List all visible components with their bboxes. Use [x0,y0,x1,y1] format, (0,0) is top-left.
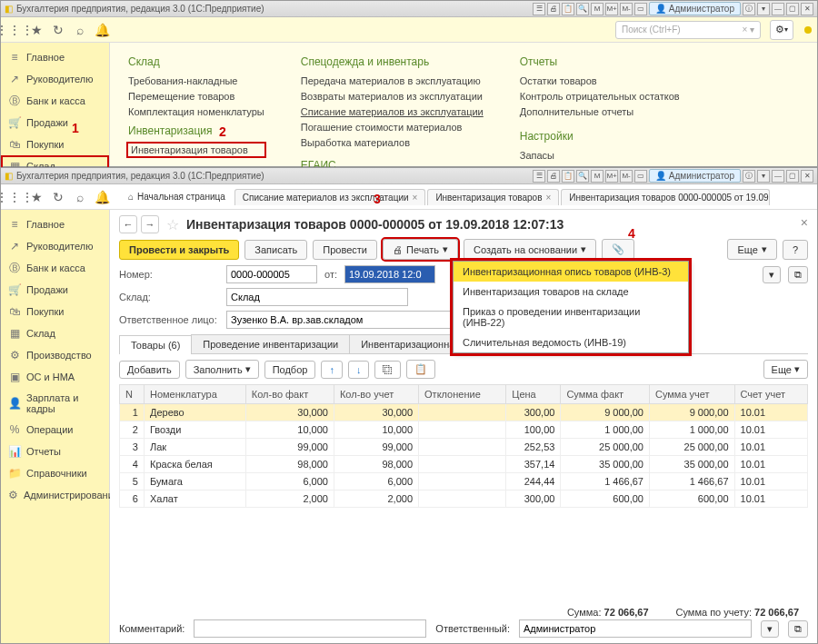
close-tab-icon[interactable]: × [545,193,551,203]
tb-icon[interactable]: ▾ [757,170,770,183]
max-btn[interactable]: ▢ [786,170,799,183]
tb-icon[interactable]: 📋 [562,170,574,183]
more-button[interactable]: Еще ▾ [727,239,776,260]
menu-link[interactable]: Возвраты материалов из эксплуатации [301,90,484,103]
col-header[interactable]: N [120,385,145,404]
sidebar-item[interactable]: 🛒Продажи [1,112,109,134]
write-button[interactable]: Записать [244,240,307,260]
menu-link-inventory[interactable]: Инвентаризация товаров [128,144,264,156]
subtab[interactable]: Проведение инвентаризации [191,334,350,353]
more-button[interactable]: Еще ▾ [763,360,808,379]
sidebar-item[interactable]: 🛍Покупки [1,301,109,322]
tab[interactable]: Инвентаризация товаров × [427,189,559,205]
copy-button[interactable]: ⿻ [374,361,401,379]
min-btn[interactable]: — [772,170,784,183]
bell-icon[interactable]: 🔔 [94,189,110,205]
tab[interactable]: ⌂ Начальная страница [121,189,233,204]
tb-icon[interactable]: M+ [605,170,618,183]
sidebar-item[interactable]: ↗Руководителю [1,68,109,90]
tab[interactable]: Инвентаризация товаров 0000-000005 от 19… [561,189,770,205]
tb-icon[interactable]: 🔍 [576,170,589,183]
search-icon[interactable]: ⌕ [72,22,88,38]
user-badge[interactable]: 👤 Администратор [649,169,741,183]
dropdown-item[interactable]: Сличительная ведомость (ИНВ-19) [454,332,688,352]
back-button[interactable]: ← [119,215,137,233]
star-icon[interactable]: ★ [28,22,45,38]
tb-icon[interactable]: M- [620,170,633,183]
sidebar-item[interactable]: ▣ОС и НМА [1,366,109,388]
tb-icon[interactable]: ⓘ [743,3,755,15]
dropdown-item[interactable]: Инвентаризационная опись товаров (ИНВ-3) [454,262,688,282]
sidebar-item[interactable]: ⚙Производство [1,344,109,366]
number-field[interactable] [226,265,317,283]
tb-icon[interactable]: M+ [605,3,618,15]
sidebar-item[interactable]: 📊Отчеты [1,441,109,462]
resp-field[interactable] [226,311,454,329]
sidebar-item[interactable]: ⒷБанк и касса [1,257,109,279]
menu-link[interactable]: Контроль отрицательных остатков [520,90,680,103]
print-button[interactable]: 🖨Печать ▾ [383,239,458,260]
col-header[interactable]: Сумма учет [649,385,734,404]
comment-field[interactable] [194,619,426,638]
tb-icon[interactable]: ▭ [634,3,647,15]
menu-link[interactable]: Комплектация номенклатуры [128,105,264,118]
max-btn[interactable]: ▢ [786,3,799,15]
col-header[interactable]: Сумма факт [561,385,650,404]
sidebar-item[interactable]: ⚙Администрирование [1,484,109,506]
date-field[interactable] [344,265,435,283]
history-icon[interactable]: ↻ [50,22,66,38]
close-doc-icon[interactable]: × [801,215,808,230]
col-header[interactable]: Кол-во факт [245,385,334,404]
menu-link[interactable]: Выработка материалов [301,136,484,149]
col-header[interactable]: Кол-во учет [334,385,418,404]
post-close-button[interactable]: Провести и закрыть [119,240,239,260]
tb-icon[interactable]: M [591,170,604,183]
paste-button[interactable]: 📋 [406,360,435,379]
search-input[interactable]: Поиск (Ctrl+F)× ▾ [615,21,761,39]
user-badge[interactable]: 👤 Администратор [649,2,741,15]
star-icon[interactable]: ★ [28,189,45,205]
sidebar-item[interactable]: ≡Главное [1,46,109,68]
history-icon[interactable]: ↻ [50,189,66,205]
help-button[interactable]: ? [783,240,808,260]
col-header[interactable]: Номенклатура [144,385,245,404]
sidebar-item[interactable]: ≡Главное [1,213,109,235]
sidebar-item[interactable]: 👤Зарплата и кадры [1,388,109,419]
field-btn[interactable]: ⧉ [788,620,808,638]
table-row[interactable]: 4Краска белая98,00098,000357,1435 000,00… [120,456,808,473]
up-button[interactable]: ↑ [321,361,343,379]
post-button[interactable]: Провести [313,240,377,260]
gear-button[interactable]: ⚙▾ [770,20,793,40]
menu-link[interactable]: Погашение стоимости материалов [301,121,484,134]
table-row[interactable]: 3Лак99,00099,000252,5325 000,0025 000,00… [120,439,808,456]
tb-icon[interactable]: ⓘ [743,170,755,183]
menu-link[interactable]: Списание материалов из эксплуатации [301,105,484,118]
resp2-field[interactable] [519,619,752,638]
tb-icon[interactable]: M [591,3,604,15]
menu-link[interactable]: Требования-накладные [128,74,264,87]
sidebar-item[interactable]: ▦Склад [1,322,109,344]
sidebar-item[interactable]: 📁Справочники [1,462,109,484]
star-icon[interactable]: ☆ [166,216,179,233]
create-based-button[interactable]: Создать на основании ▾ [464,239,596,260]
menu-link[interactable]: Передача материалов в эксплуатацию [301,74,484,87]
menu-link[interactable]: Запасы [520,149,680,162]
pick-button[interactable]: Подбор [264,361,316,379]
grid-icon[interactable]: ⋮⋮⋮ [6,22,23,38]
tb-icon[interactable]: 🖨 [547,3,560,15]
field-btn[interactable]: ▾ [761,620,779,638]
dropdown-item[interactable]: Инвентаризация товаров на складе [454,282,688,302]
sidebar-item[interactable]: %Операции [1,419,109,441]
col-header[interactable]: Цена [506,385,561,404]
field-btn[interactable]: ⧉ [788,266,808,283]
col-header[interactable]: Счет учет [734,385,807,404]
table-row[interactable]: 5Бумага6,0006,000244,441 466,671 466,671… [120,473,808,490]
sidebar-item[interactable]: 🛍Покупки [1,134,109,155]
subtab[interactable]: Товары (6) [119,335,192,354]
down-button[interactable]: ↓ [348,361,370,379]
tb-icon[interactable]: 📋 [562,3,574,15]
close-btn[interactable]: ✕ [801,170,813,183]
tb-icon[interactable]: ▭ [634,170,647,183]
table-row[interactable]: 2Гвозди10,00010,000100,001 000,001 000,0… [120,421,808,439]
close-btn[interactable]: ✕ [801,3,813,15]
